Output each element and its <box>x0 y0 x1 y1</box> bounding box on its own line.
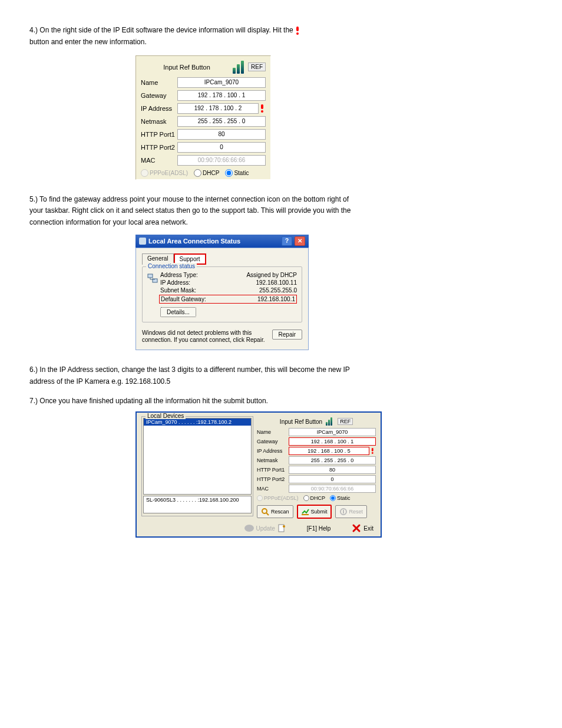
name-label: Name <box>141 79 177 86</box>
config-panel: Input Ref Button REF Name IPCam_9070 Gat… <box>135 55 271 180</box>
ip-label: IP Address: <box>160 279 256 286</box>
subnet-label: Subnet Mask: <box>160 287 259 294</box>
update-button[interactable]: Update <box>244 524 286 532</box>
list-item[interactable]: IPCam_9070 . . . . . . :192.178.100.2 <box>144 419 251 426</box>
port1-input[interactable]: 80 <box>177 129 266 140</box>
port2-input[interactable]: 0 <box>289 475 376 483</box>
network-icon <box>139 238 146 245</box>
close-button[interactable]: ✕ <box>295 236 305 246</box>
port2-input[interactable]: 0 <box>177 142 266 153</box>
ref-button[interactable]: REF <box>338 418 353 425</box>
netmask-label: Netmask <box>257 457 289 463</box>
static-radio[interactable]: Static <box>330 495 351 501</box>
panel-title: Input Ref Button <box>141 64 233 71</box>
warn-icon <box>260 104 266 113</box>
network-icon <box>147 273 158 284</box>
doc-icon <box>277 524 286 532</box>
ip-input[interactable]: 192 . 168 . 100 . 5 <box>289 447 369 455</box>
port2-label: HTTP Port2 <box>257 476 289 482</box>
step6-l2: address of the IP Kamera e.g. 192.168.10… <box>29 377 533 387</box>
svg-point-7 <box>283 525 285 528</box>
help-button[interactable]: [F1] Help <box>307 525 331 532</box>
submit-button[interactable]: Submit <box>297 505 332 519</box>
reset-button[interactable]: Reset <box>335 505 368 518</box>
gateway-input[interactable]: 192 . 168 . 100 . 1 <box>289 437 376 446</box>
netmask-input[interactable]: 255 . 255 . 255 . 0 <box>289 456 376 465</box>
name-input[interactable]: IPCam_9070 <box>289 428 376 436</box>
repair-button[interactable]: Repair <box>272 330 302 340</box>
rescan-button[interactable]: Rescan <box>257 505 293 518</box>
netmask-label: Netmask <box>141 118 177 125</box>
name-label: Name <box>257 429 289 435</box>
mac-input: 00:90:70:66:66:66 <box>177 155 266 166</box>
exit-icon <box>352 523 361 533</box>
pppoe-radio[interactable]: PPPoE(ADSL) <box>257 495 299 501</box>
warn-icon <box>295 27 301 35</box>
gateway-value: 192.168.100.1 <box>257 296 295 302</box>
static-radio[interactable]: Static <box>225 169 249 177</box>
ref-button[interactable]: REF <box>248 62 266 71</box>
device-list-2[interactable]: SL-9060SL3 . . . . . . . :192.168.100.20… <box>143 496 252 513</box>
ip-label: IP Address <box>257 448 289 454</box>
help-button[interactable]: ? <box>282 236 292 246</box>
addr-type-label: Address Type: <box>160 272 246 278</box>
svg-line-3 <box>266 513 269 515</box>
mac-input: 00:90:70:66:66:66 <box>289 485 376 493</box>
step4-line1: 4.) On the right side of the IP Edit sof… <box>29 25 533 35</box>
addr-type-value: Assigned by DHCP <box>246 272 297 278</box>
search-icon <box>261 508 269 516</box>
netmask-input[interactable]: 255 . 255 . 255 . 0 <box>177 116 266 127</box>
group-legend: Connection status <box>146 263 197 269</box>
step4-line2: button and enter the new information. <box>29 37 533 47</box>
bars-icon <box>326 417 334 426</box>
step5-l2: your taskbar. Right click on it and sele… <box>29 206 533 216</box>
step5-l1: 5.) To find the gateway address point yo… <box>29 195 533 205</box>
gateway-label: Default Gateway: <box>161 296 257 302</box>
svg-rect-0 <box>148 274 153 278</box>
list-item[interactable]: SL-9060SL3 . . . . . . . :192.168.100.20… <box>144 496 251 503</box>
dhcp-radio[interactable]: DHCP <box>303 495 326 501</box>
pppoe-radio[interactable]: PPPoE(ADSL) <box>141 169 188 177</box>
local-devices-legend: Local Devices <box>146 413 186 419</box>
mac-label: MAC <box>257 486 289 492</box>
panel-title: Input Ref Button <box>280 419 322 425</box>
connection-status-window: Local Area Connection Status ? ✕ General… <box>135 235 309 350</box>
ip-value: 192.168.100.11 <box>256 279 297 286</box>
status-message: Windows did not detect problems with thi… <box>142 330 266 344</box>
details-button[interactable]: Details... <box>160 307 196 317</box>
submit-icon <box>301 508 309 516</box>
svg-rect-4 <box>302 514 309 515</box>
ipedit-window: Local Devices IPCam_9070 . . . . . . :19… <box>135 411 382 538</box>
name-input[interactable]: IPCam_9070 <box>177 77 266 88</box>
step6-l1: 6.) In the IP Address section, change th… <box>29 365 533 375</box>
port1-label: HTTP Port1 <box>141 131 177 138</box>
device-list[interactable]: IPCam_9070 . . . . . . :192.178.100.2 <box>143 418 252 495</box>
step7: 7.) Once you have finished updating all … <box>29 396 533 406</box>
port2-label: HTTP Port2 <box>141 144 177 151</box>
subnet-value: 255.255.255.0 <box>259 287 297 294</box>
exit-button[interactable]: Exit <box>352 523 373 533</box>
gateway-label: Gateway <box>141 92 177 99</box>
port1-label: HTTP Port1 <box>257 467 289 473</box>
port1-input[interactable]: 80 <box>289 466 376 474</box>
step5-l3: connection information for your local ar… <box>29 218 533 228</box>
gateway-input[interactable]: 192 . 178 . 100 . 1 <box>177 90 266 101</box>
warn-icon <box>371 448 375 454</box>
update-icon <box>244 525 254 532</box>
gateway-label: Gateway <box>257 439 289 444</box>
svg-point-2 <box>262 509 267 513</box>
ip-label: IP Address <box>141 105 177 112</box>
window-titlebar: Local Area Connection Status ? ✕ <box>135 235 309 248</box>
dhcp-radio[interactable]: DHCP <box>194 169 219 177</box>
reset-icon <box>339 508 348 516</box>
mac-label: MAC <box>141 157 177 164</box>
ip-input[interactable]: 192 . 178 . 100 . 2 <box>177 103 259 114</box>
window-title: Local Area Connection Status <box>148 238 240 245</box>
bars-icon <box>233 61 246 74</box>
